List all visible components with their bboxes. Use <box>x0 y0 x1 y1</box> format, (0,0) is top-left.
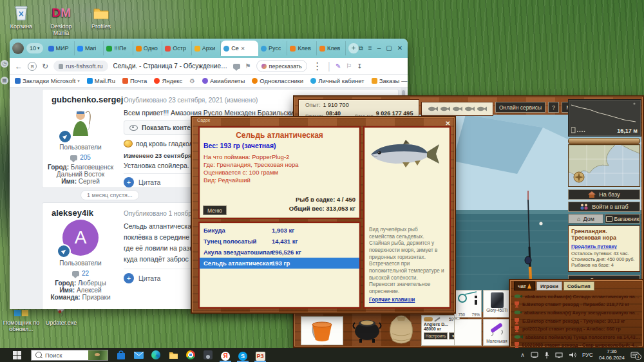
post-author[interactable]: gubchenko.sergej <box>52 95 123 104</box>
more-icon[interactable]: ⋮ <box>312 60 323 72</box>
browser-tab[interactable]: Остр <box>162 41 191 55</box>
help-button[interactable]: ? <box>548 102 559 113</box>
taskbar-mail-icon[interactable] <box>133 350 144 360</box>
home-trunk-tabs: ⌂Дом Багажник <box>568 214 640 224</box>
reload-icon[interactable]: ↻ <box>42 62 48 71</box>
close-button[interactable]: ✕ <box>397 44 402 52</box>
hotkeys-link[interactable]: Горячие клавиши <box>369 297 415 303</box>
taskbar-yandex-icon[interactable]: Я <box>220 348 231 362</box>
reel-slot[interactable]: Glory-450Ti <box>483 290 511 318</box>
protect-icon[interactable]: я <box>28 62 37 71</box>
tab-close-icon[interactable]: ✕ <box>241 46 245 52</box>
sack-item[interactable] <box>384 313 418 348</box>
pen-icon[interactable]: ✎ <box>336 62 341 70</box>
taskbar-edge-icon[interactable] <box>151 350 161 360</box>
browser-tab[interactable]: Одно <box>133 41 162 55</box>
tab-trunk[interactable]: Багажник <box>605 214 640 224</box>
tab-groups-button[interactable]: 10▾ <box>26 43 43 53</box>
pot-item[interactable] <box>351 314 383 347</box>
minimize-button[interactable]: – <box>377 44 381 52</box>
post-author[interactable]: aleksey4ik <box>52 208 93 218</box>
notifications-button[interactable]: 1 <box>630 352 639 359</box>
sonar-panel[interactable]: 16,17 м <box>568 99 641 137</box>
trunk-icon <box>606 216 612 222</box>
side-panel-icon[interactable]: ⧉ <box>359 44 363 52</box>
retell-button[interactable]: пересказать <box>256 60 307 72</box>
tray-volume-icon[interactable] <box>569 352 576 358</box>
rod-slot[interactable]: : 750 79% <box>454 290 482 318</box>
browser-tab[interactable]: !!!Пе <box>104 41 133 55</box>
clock[interactable]: 7:3604.06.2024 <box>599 348 625 361</box>
taskbar-chrome-icon[interactable] <box>185 350 196 360</box>
cage-menu-button[interactable]: Меню <box>203 205 227 215</box>
tray-network-icon[interactable] <box>555 352 563 358</box>
browser-tab-active[interactable]: Се✕ <box>221 41 258 56</box>
taskbar-store-icon[interactable] <box>116 350 126 360</box>
sack-icon <box>384 313 418 345</box>
desktop-icon-label: Updater.exe <box>43 319 80 326</box>
bookmark-item[interactable]: Яндекс <box>154 77 182 84</box>
bookmark-item[interactable]: Авиабилеты <box>202 77 245 84</box>
bookmark-flag-icon[interactable]: ⚑ <box>245 62 251 70</box>
tray-expand-icon[interactable]: ∧ <box>520 352 525 358</box>
browser-tab[interactable]: Русс <box>258 41 287 55</box>
bookmark-item[interactable]: Почта <box>122 77 147 84</box>
bookmark-gear-icon[interactable]: ⚙ <box>189 77 195 84</box>
browser-tab[interactable]: МИР <box>46 41 75 55</box>
bookmark-item[interactable]: Заказы — ОмскМ <box>372 77 408 84</box>
map-panel[interactable] <box>568 138 640 187</box>
bucket-slot[interactable] <box>301 316 343 345</box>
desktop-icon-desktop-mania[interactable]: DM Desktop Mania <box>43 4 80 36</box>
browser-tab[interactable]: Архи <box>192 41 221 55</box>
bookmark-item[interactable]: Mail.Ru <box>87 77 115 84</box>
maximize-button[interactable]: ▢ <box>386 44 392 52</box>
download-icon[interactable]: ↧ <box>357 62 362 70</box>
enter-hq-button[interactable]: Войти в штаб <box>568 202 640 212</box>
address-bar[interactable]: rus-fishsoft.ru <box>53 61 108 71</box>
lure-slot[interactable]: Маленькая <box>483 319 511 346</box>
tab-events[interactable]: События <box>564 281 594 291</box>
tray-device-icon[interactable] <box>531 352 538 358</box>
herring-image <box>367 134 447 174</box>
empty-slot[interactable] <box>454 319 482 346</box>
browser-sidebar-apps-icon[interactable]: ▦ <box>1 77 8 84</box>
browser-tab[interactable]: Mari <box>75 41 104 55</box>
desktop-icon-profiles[interactable]: Profiles <box>82 4 120 30</box>
tab-players[interactable]: Игроки <box>536 281 562 291</box>
desktop-icon-recycle-bin[interactable]: Корзина <box>3 4 40 30</box>
configure-button[interactable]: Настроить <box>424 332 448 339</box>
bookmark-item[interactable]: Личный кабинет <box>310 77 364 84</box>
fish-list-row-selected[interactable]: Сельдь атлантическая193 гр <box>200 258 359 269</box>
extend-ticket-link[interactable]: Продлить путевку <box>571 243 637 249</box>
online-services-button[interactable]: Онлайн сервисы <box>495 102 545 113</box>
back-icon[interactable]: ← <box>15 62 23 71</box>
bookmark-item[interactable]: Одноклассники <box>252 77 303 84</box>
bookmark-item[interactable]: Закладки Microsoft▾ <box>15 77 80 84</box>
to-base-button[interactable]: На базу <box>568 189 640 200</box>
taskbar-explorer-icon[interactable] <box>168 350 178 360</box>
taskbar-skype-icon[interactable]: S <box>238 348 248 362</box>
search-box[interactable]: Поиск <box>31 350 108 361</box>
language-indicator[interactable]: РУС <box>582 352 593 358</box>
fish-list-row[interactable]: Бикуда1,903 кг <box>200 225 359 236</box>
chat-message: abakanes поймал(а) Сельдь атлантическую … <box>514 292 640 301</box>
flag2-icon[interactable]: ⚐ <box>346 62 352 70</box>
new-tab-button[interactable]: + <box>348 43 358 53</box>
taskbar-app-icon[interactable] <box>203 350 213 360</box>
tab-chat[interactable]: чат <box>514 281 535 291</box>
browser-sidebar-history-icon[interactable]: ◷ <box>1 60 8 68</box>
start-button[interactable] <box>12 350 22 360</box>
tray-mic-icon[interactable] <box>544 352 549 359</box>
browser-tab[interactable]: Клев <box>317 41 346 55</box>
comments-icon[interactable] <box>233 64 240 69</box>
trophy-fish-icon <box>464 106 475 112</box>
taskbar-game-icon[interactable]: Р3 <box>255 348 265 362</box>
trophy-strip[interactable] <box>421 102 493 116</box>
fish-list-row[interactable]: Тунец полосатый14,431 кг <box>200 236 359 247</box>
profile-avatar[interactable] <box>12 43 24 54</box>
tab-home[interactable]: ⌂Дом <box>568 214 603 224</box>
user-role: Пользователи <box>43 260 118 267</box>
fish-list-row[interactable]: Акула звездчатошипая296,526 кг <box>200 247 359 258</box>
browser-menu-icon[interactable]: ≡ <box>368 44 372 52</box>
browser-tab[interactable]: Клев <box>287 41 316 55</box>
